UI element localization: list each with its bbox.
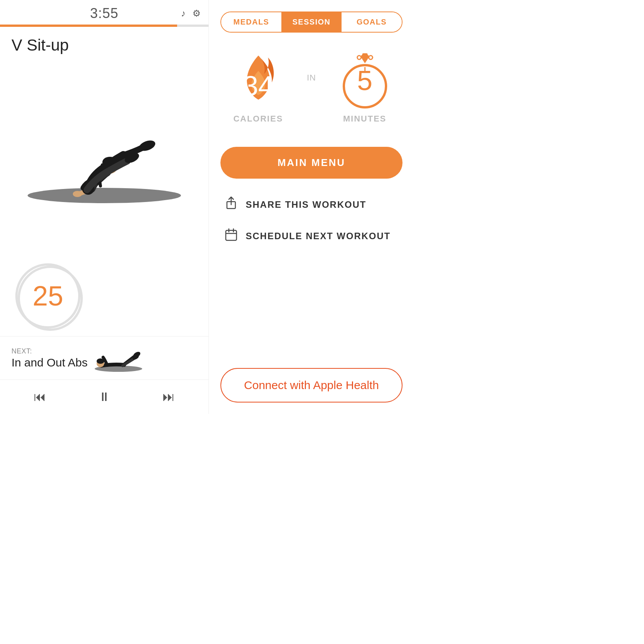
stats-section: 34 CALORIES IN	[220, 48, 402, 135]
timer-number: 25	[33, 280, 63, 312]
svg-rect-22	[226, 230, 237, 240]
share-workout-row[interactable]: SHARE THIS WORKOUT	[220, 190, 402, 219]
stopwatch-container: 5	[338, 52, 392, 109]
tab-goals[interactable]: GOALS	[342, 12, 402, 32]
share-icon	[224, 196, 238, 213]
calories-value: 34	[243, 70, 273, 102]
prev-button[interactable]: ⏮	[26, 387, 54, 407]
status-bar: 3:55 ♪ ⚙	[0, 0, 209, 25]
schedule-workout-row[interactable]: SCHEDULE NEXT WORKOUT	[220, 222, 402, 250]
tab-medals[interactable]: MEDALS	[221, 12, 281, 32]
main-menu-button[interactable]: MAIN MENU	[220, 147, 402, 179]
minutes-label: MINUTES	[343, 114, 386, 124]
tab-session[interactable]: SESSION	[281, 12, 342, 32]
status-icons: ♪ ⚙	[181, 8, 201, 19]
next-label: NEXT:	[12, 347, 87, 355]
svg-rect-16	[362, 53, 368, 56]
in-label: IN	[307, 73, 316, 83]
exercise-title: V Sit-up	[0, 27, 209, 58]
next-exercise-figure	[94, 343, 143, 373]
schedule-workout-label: SCHEDULE NEXT WORKOUT	[246, 231, 391, 242]
exercise-image-area	[0, 58, 209, 263]
next-text-block: NEXT: In and Out Abs	[12, 347, 87, 369]
playback-bar[interactable]: ⏮ ⏸ ⏭	[0, 380, 209, 414]
svg-point-18	[369, 56, 373, 59]
svg-point-0	[28, 188, 181, 203]
minutes-value: 5	[357, 65, 372, 96]
next-exercise-name: In and Out Abs	[12, 356, 87, 369]
flame-icon-container: 34	[232, 52, 285, 109]
next-button[interactable]: ⏭	[155, 387, 182, 407]
right-panel: MEDALS SESSION GOALS 34 CALORIES IN	[209, 0, 414, 414]
next-section: NEXT: In and Out Abs	[0, 336, 209, 380]
action-links: SHARE THIS WORKOUT SCHEDULE NEXT WORKOUT	[220, 190, 402, 250]
svg-point-17	[357, 56, 361, 59]
status-time: 3:55	[90, 5, 118, 21]
settings-icon[interactable]: ⚙	[192, 8, 201, 19]
left-panel: 3:55 ♪ ⚙ V Sit-up	[0, 0, 209, 414]
in-label-block: IN	[307, 52, 316, 83]
timer-circle: 25	[15, 263, 80, 329]
calories-stat: 34 CALORIES	[232, 52, 285, 124]
share-workout-label: SHARE THIS WORKOUT	[246, 199, 366, 210]
calendar-icon	[224, 228, 238, 244]
apple-health-button[interactable]: Connect with Apple Health	[220, 368, 402, 402]
pause-button[interactable]: ⏸	[90, 387, 118, 407]
tab-switcher[interactable]: MEDALS SESSION GOALS	[220, 12, 402, 33]
svg-point-4	[73, 191, 82, 197]
timer-circle-area: 25	[0, 263, 209, 336]
exercise-figure	[24, 111, 185, 211]
minutes-stat: 5 MINUTES	[338, 52, 392, 124]
music-icon: ♪	[181, 8, 186, 19]
calories-label: CALORIES	[233, 114, 283, 124]
